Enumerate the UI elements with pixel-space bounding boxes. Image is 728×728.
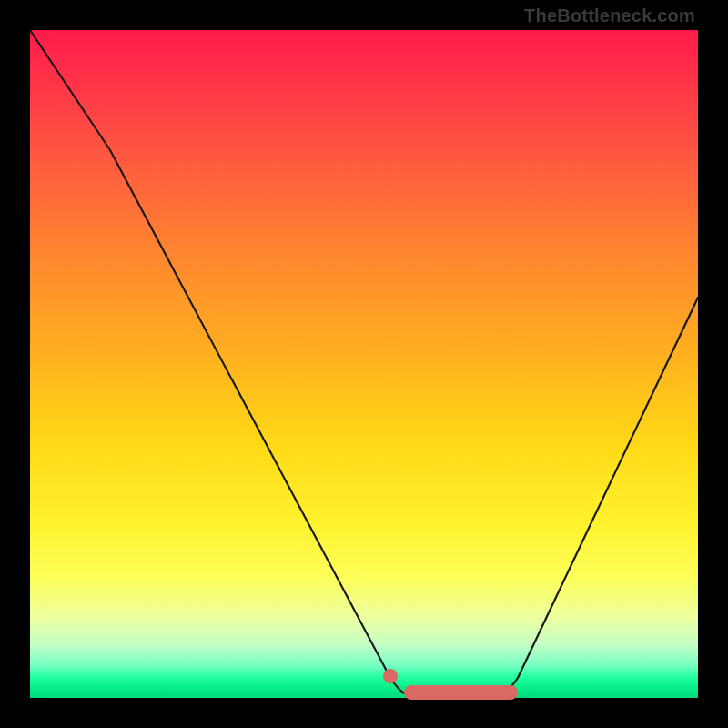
plot-area	[30, 30, 698, 698]
watermark: TheBottleneck.com	[524, 5, 695, 26]
curve-path	[30, 30, 698, 698]
optimal-range-dot	[383, 669, 398, 683]
bottleneck-curve	[30, 30, 698, 698]
chart-stage: TheBottleneck.com	[0, 0, 728, 728]
optimal-range-bar	[404, 685, 518, 700]
